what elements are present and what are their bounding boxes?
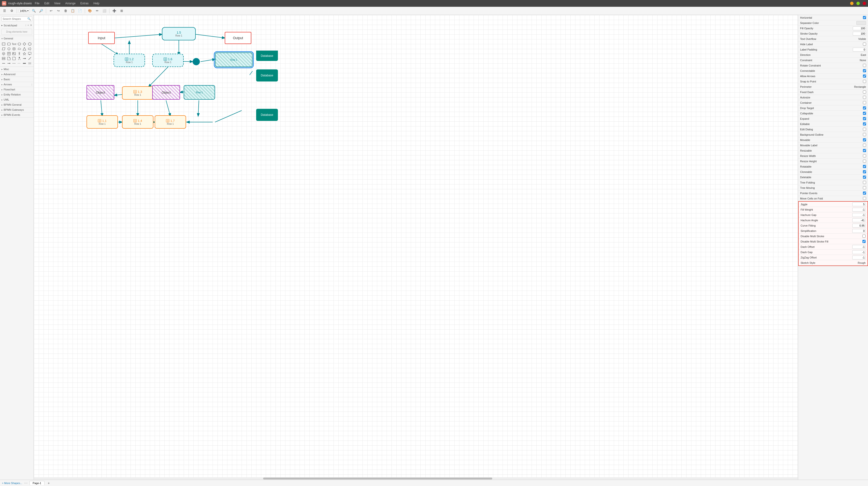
prop-rotatable-checkbox[interactable] (863, 165, 866, 168)
shape-line-dotted[interactable] (17, 61, 22, 65)
node-1-7[interactable]: ⊟1.7 Row 1 (155, 115, 186, 128)
prop-dash-gap-input[interactable] (852, 250, 866, 254)
shape-person[interactable] (17, 52, 22, 56)
shape-note[interactable] (12, 56, 16, 61)
copy-button[interactable]: 📋 (70, 8, 76, 14)
prop-edit-dialog-checkbox[interactable] (863, 128, 866, 131)
bpmn-general-section-header[interactable]: ▸ BPMN General (0, 102, 34, 107)
redo-button[interactable]: ↪ (55, 8, 61, 14)
prop-separator-color-swatch[interactable] (857, 21, 866, 25)
shape-circle[interactable] (7, 47, 11, 51)
output-node[interactable]: Output (225, 32, 251, 44)
prop-jiggle-input[interactable] (852, 202, 866, 206)
basic-section-header[interactable]: ▸ Basic (0, 77, 34, 82)
bpmn-gateways-section-header[interactable]: ▸ BPMN Gateways (0, 107, 34, 112)
shape-table[interactable] (7, 52, 11, 56)
input-node[interactable]: Input (88, 32, 115, 44)
misc-section-header[interactable]: ▸ Misc (0, 67, 34, 72)
prop-bg-outline-checkbox[interactable] (863, 133, 866, 136)
add-page-button[interactable]: + (46, 481, 51, 486)
zoom-in-button[interactable]: 🔎 (38, 8, 44, 14)
prop-rotate-constraint-checkbox[interactable] (863, 64, 866, 67)
shape-person2[interactable] (17, 56, 22, 61)
insert-button[interactable]: ➕ (111, 8, 118, 14)
flowchart-section-header[interactable]: ▸ Flowchart (0, 87, 34, 92)
hatch-green-node[interactable]: Row 1 (184, 85, 215, 99)
prop-allow-arrows-checkbox[interactable] (863, 75, 866, 78)
prop-tree-folding-checkbox[interactable] (863, 181, 866, 184)
undo-button[interactable]: ↩ (48, 8, 54, 14)
node-1-3[interactable]: ⊟1.3 Row 1 (122, 86, 153, 99)
shape-line-solid[interactable] (1, 61, 6, 65)
prop-hide-label-checkbox[interactable] (863, 42, 866, 46)
shape-button[interactable]: ⬜ (101, 8, 107, 14)
shape-triangle[interactable] (22, 47, 27, 51)
advanced-section-header[interactable]: ▸ Advanced (0, 72, 34, 77)
settings-icon[interactable]: ⚙ (9, 8, 15, 14)
scratchpad-close-icon[interactable]: ✕ (30, 24, 32, 27)
shape-cross[interactable] (1, 56, 6, 61)
prop-connectable-checkbox[interactable] (863, 69, 866, 72)
shape-star[interactable] (22, 52, 27, 56)
node-1-2[interactable]: ⊟1.2 Row 1 (114, 54, 145, 67)
prop-horizontal-checkbox[interactable] (863, 16, 866, 19)
bpmn-events-section-header[interactable]: ▸ BPMN Events (0, 112, 34, 117)
prop-stroke-opacity-input[interactable] (853, 32, 866, 35)
database-2[interactable]: Database (256, 69, 278, 82)
prop-zigzag-offset-input[interactable] (852, 256, 866, 259)
prop-container-checkbox[interactable] (863, 101, 866, 104)
prop-cloneable-checkbox[interactable] (863, 170, 866, 173)
prop-pointer-events-checkbox[interactable] (863, 192, 866, 195)
prop-expand-checkbox[interactable] (863, 117, 866, 120)
shape-line-double[interactable] (28, 61, 32, 65)
scratchpad-up-icon[interactable]: ↑ (25, 24, 27, 27)
prop-movable-label-checkbox[interactable] (863, 144, 866, 147)
uml-section-header[interactable]: ▸ UML (0, 97, 34, 102)
table-button[interactable]: ⊞ (118, 8, 125, 14)
prop-autosize-checkbox[interactable] (863, 96, 866, 99)
search-icon[interactable]: 🔍 (27, 17, 31, 21)
shape-rounded-rect[interactable] (7, 42, 11, 46)
paste-button[interactable]: 📄 (77, 8, 83, 14)
zoom-out-button[interactable]: 🔍 (31, 8, 37, 14)
prop-fixed-dash-checkbox[interactable] (863, 90, 866, 93)
node-1-1[interactable]: ⊟1.1 Row 1 (87, 115, 118, 128)
scratchpad-add-icon[interactable]: + (28, 24, 29, 27)
shape-cloud[interactable] (17, 47, 22, 51)
prop-fill-weight-input[interactable] (852, 208, 866, 211)
prop-simplification-input[interactable] (852, 229, 866, 233)
shape-callout[interactable] (28, 52, 32, 56)
prop-dash-offset-input[interactable] (852, 245, 866, 249)
menu-extras[interactable]: Extras (80, 1, 90, 5)
prop-tree-moving-checkbox[interactable] (863, 186, 866, 189)
prop-movable-checkbox[interactable] (863, 138, 866, 141)
prop-hachure-gap-input[interactable] (852, 213, 866, 217)
shape-image[interactable] (12, 52, 16, 56)
node-1-4[interactable]: ⊟1.4 Row 1 (122, 115, 153, 128)
shape-rectangle[interactable] (1, 42, 6, 46)
menu-arrange[interactable]: Arrange (64, 1, 76, 5)
shape-cube[interactable] (1, 52, 6, 56)
entity-relation-section-header[interactable]: ▸ Entity Relation (0, 92, 34, 97)
arrows-section-header[interactable]: ▸ Arrows | (0, 82, 34, 87)
menu-icon[interactable]: ☰ (1, 8, 8, 14)
shape-arrow-right2[interactable] (22, 56, 27, 61)
prop-deletable-checkbox[interactable] (863, 175, 866, 179)
menu-edit[interactable]: Edit (43, 1, 50, 5)
prop-fill-opacity-input[interactable] (853, 26, 866, 30)
database-1[interactable]: Database (256, 49, 278, 61)
prop-drop-target-checkbox[interactable] (863, 106, 866, 110)
circle-node[interactable] (193, 58, 200, 65)
fill-color-button[interactable]: 🎨 (87, 8, 93, 14)
prop-label-padding-input[interactable] (853, 48, 866, 52)
delete-button[interactable]: 🗑 (62, 8, 69, 14)
scrollbar-thumb[interactable] (263, 478, 493, 480)
menu-file[interactable]: File (34, 1, 40, 5)
shape-text[interactable]: Text (12, 42, 16, 46)
shape-parallelogram[interactable] (1, 47, 6, 51)
minimize-button[interactable] (850, 2, 854, 5)
stroke-color-button[interactable]: ✏ (94, 8, 100, 14)
close-button[interactable] (863, 2, 866, 5)
database-3[interactable]: Database (256, 109, 278, 121)
prop-disable-multi-stroke-checkbox[interactable] (863, 234, 866, 238)
